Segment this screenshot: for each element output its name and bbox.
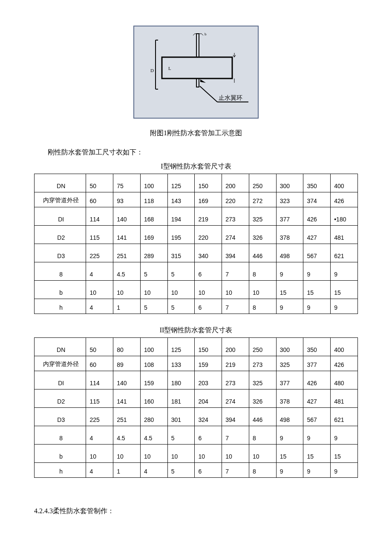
- table-cell: 8: [249, 426, 276, 445]
- table-cell: 204: [195, 389, 222, 408]
- table-cell: 50: [86, 174, 113, 192]
- row-label: 内穿管道外径: [35, 192, 86, 207]
- row-label: 8: [35, 426, 86, 445]
- table-row: 844.555678999: [35, 262, 358, 281]
- table-cell: 10: [86, 445, 113, 463]
- table-cell: 350: [303, 338, 331, 356]
- row-label: D3: [35, 244, 86, 262]
- table-cell: 7: [222, 426, 249, 445]
- table-cell: 225: [86, 408, 113, 426]
- table-cell: 219: [195, 207, 222, 226]
- table-cell: 10: [195, 281, 222, 299]
- table-cell: 621: [331, 244, 358, 262]
- figure-caption: 附图1刚性防水套管加工示意图: [34, 129, 358, 138]
- table-cell: 378: [276, 226, 303, 244]
- table-row: h4145678999: [35, 463, 358, 478]
- table-cell: 15: [303, 281, 331, 299]
- table-cell: 4: [86, 262, 113, 281]
- table-cell: 8: [249, 299, 276, 314]
- table-cell: 4: [86, 426, 113, 445]
- table-cell: 6: [195, 262, 222, 281]
- table-row: b10101010101010151515: [35, 445, 358, 463]
- table-cell: 378: [276, 389, 303, 408]
- table-cell: 4.5: [113, 262, 141, 281]
- table-cell: 60: [86, 356, 113, 371]
- table-cell: 50: [86, 338, 113, 356]
- table-cell: 141: [113, 226, 141, 244]
- row-label: D3: [35, 408, 86, 426]
- table-cell: 273: [222, 371, 249, 389]
- figure-container: b D L 止水翼环: [34, 26, 358, 120]
- table-cell: 140: [113, 371, 141, 389]
- table-cell: 301: [167, 408, 195, 426]
- table-cell: 195: [167, 226, 195, 244]
- table-cell: 100: [140, 338, 167, 356]
- table-cell: 219: [222, 356, 249, 371]
- table-cell: 446: [249, 244, 276, 262]
- table-cell: 9: [303, 463, 331, 478]
- table-cell: 93: [113, 192, 141, 207]
- table-cell: 250: [249, 174, 276, 192]
- table-cell: 15: [331, 281, 358, 299]
- table-cell: 140: [113, 207, 141, 226]
- table-cell: 9: [303, 299, 331, 314]
- table-cell: 8: [249, 463, 276, 478]
- table-cell: 141: [113, 389, 141, 408]
- table-cell: 10: [167, 445, 195, 463]
- table-cell: 567: [303, 408, 331, 426]
- table-row: D2115141169195220274326378427481: [35, 226, 358, 244]
- table-cell: 125: [167, 174, 195, 192]
- table-cell: 160: [140, 389, 167, 408]
- row-label: DI: [35, 371, 86, 389]
- table-cell: 326: [249, 226, 276, 244]
- table-cell: 10: [113, 445, 141, 463]
- table-cell: 125: [167, 338, 195, 356]
- table-cell: 169: [195, 192, 222, 207]
- table-cell: 324: [195, 408, 222, 426]
- table-cell: 274: [222, 226, 249, 244]
- sleeve-diagram-icon: b D L 止水翼环: [143, 32, 249, 113]
- table-cell: 4.5: [113, 426, 141, 445]
- table2-title: II型钢性防水套管尺寸表: [34, 326, 358, 335]
- table1-title: I型钢性防水套管尺寸表: [34, 162, 358, 171]
- intro-text: 刚性防水套管加工尺寸衣如下：: [34, 148, 358, 157]
- table-cell: 220: [222, 192, 249, 207]
- figure-box: b D L 止水翼环: [133, 26, 259, 119]
- table-cell: 220: [195, 226, 222, 244]
- table-cell: 150: [195, 174, 222, 192]
- table-row: D3225251289315340394446498567621: [35, 244, 358, 262]
- table-cell: 394: [222, 244, 249, 262]
- table-cell: 325: [249, 207, 276, 226]
- table-cell: 274: [222, 389, 249, 408]
- svg-text:D: D: [150, 68, 154, 73]
- table-cell: 6: [195, 426, 222, 445]
- table-row: 内穿管道外径6089108133159219273325377426: [35, 356, 358, 371]
- table-cell: 498: [276, 244, 303, 262]
- table-cell: 10: [222, 281, 249, 299]
- table-cell: 15: [276, 281, 303, 299]
- row-label: b: [35, 281, 86, 299]
- table-cell: 1: [113, 299, 141, 314]
- table-cell: 427: [303, 226, 331, 244]
- table-cell: 89: [113, 356, 141, 371]
- table-cell: 10: [195, 445, 222, 463]
- table-cell: 8: [249, 262, 276, 281]
- table-cell: 9: [276, 262, 303, 281]
- row-label: DI: [35, 207, 86, 226]
- table-cell: 350: [303, 174, 331, 192]
- table-cell: 10: [113, 281, 141, 299]
- table-cell: 9: [303, 426, 331, 445]
- row-label: D2: [35, 389, 86, 408]
- table-cell: 251: [113, 408, 141, 426]
- table-cell: 426: [303, 207, 331, 226]
- table-cell: 4: [86, 299, 113, 314]
- table-cell: 60: [86, 192, 113, 207]
- svg-text:L: L: [168, 66, 171, 71]
- table-cell: 5: [140, 262, 167, 281]
- table-cell: 377: [303, 356, 331, 371]
- next-section-heading: 4.2.4.3柔性防水套管制作：: [34, 507, 358, 516]
- table-cell: 118: [140, 192, 167, 207]
- table-cell: 300: [276, 174, 303, 192]
- table-cell: 4: [86, 463, 113, 478]
- row-label: 内穿管道外径: [35, 356, 86, 371]
